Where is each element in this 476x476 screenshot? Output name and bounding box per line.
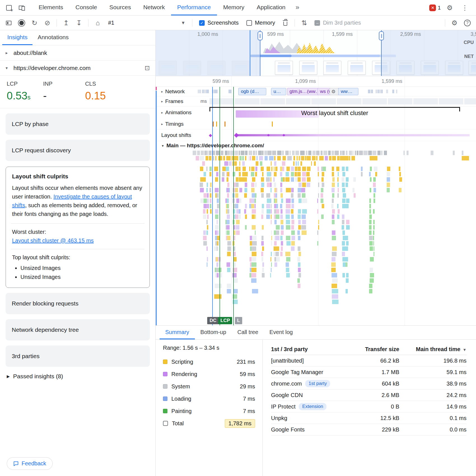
flame-rect[interactable] (321, 214, 324, 219)
filmstrip-thumbnail[interactable] (348, 61, 366, 75)
tab-sources[interactable]: Sources (103, 0, 137, 15)
flame-rect[interactable] (200, 167, 203, 171)
flame-rect[interactable] (346, 167, 348, 171)
flame-rect[interactable] (227, 252, 231, 256)
flame-rect[interactable] (251, 273, 256, 277)
flame-rect[interactable] (342, 214, 344, 219)
flame-rect[interactable] (271, 252, 272, 256)
marker-lcp[interactable]: LCP (218, 317, 232, 324)
window-handle-right[interactable]: ∥ (381, 30, 382, 76)
flame-rect[interactable] (346, 273, 349, 277)
flame-rect[interactable] (286, 225, 290, 230)
flame-rect[interactable] (387, 177, 390, 182)
flame-rect[interactable] (342, 183, 345, 187)
flame-rect[interactable] (252, 252, 256, 256)
flame-rect[interactable] (291, 225, 294, 230)
flame-rect[interactable] (322, 172, 324, 176)
metric-inp[interactable]: INP - (43, 81, 85, 102)
flame-rect[interactable] (235, 214, 238, 219)
flame-rect[interactable] (281, 246, 283, 251)
flame-rect[interactable] (222, 172, 225, 176)
flame-chart[interactable]: DCLCPL (156, 150, 476, 325)
flame-rect[interactable] (285, 151, 289, 155)
flame-rect[interactable] (286, 236, 290, 240)
flame-rect[interactable] (274, 220, 277, 224)
flame-rect[interactable] (227, 214, 230, 219)
toggle-sidebar-icon[interactable] (3, 18, 15, 28)
flame-rect[interactable] (302, 172, 306, 176)
flame-rect[interactable] (281, 177, 283, 182)
flame-rect[interactable] (255, 172, 257, 176)
flame-rect[interactable] (228, 151, 229, 155)
flame-rect[interactable] (206, 220, 208, 224)
flame-rect[interactable] (262, 257, 263, 262)
tab-network[interactable]: Network (137, 0, 171, 15)
network-request-chip[interactable]: ww… (338, 88, 358, 95)
flame-rect[interactable] (318, 220, 319, 224)
flame-rect[interactable] (227, 220, 230, 224)
flame-rect[interactable] (227, 289, 231, 293)
flame-rect[interactable] (321, 188, 323, 192)
flame-rect[interactable] (370, 257, 373, 262)
flame-rect[interactable] (262, 151, 264, 155)
flame-rect[interactable] (226, 156, 231, 160)
flame-rect[interactable] (361, 167, 363, 171)
flame-rect[interactable] (342, 167, 345, 171)
flame-rect[interactable] (216, 257, 218, 262)
flame-rect[interactable] (251, 278, 256, 283)
flame-rect[interactable] (255, 183, 257, 187)
flame-rect[interactable] (297, 172, 300, 176)
flame-rect[interactable] (369, 289, 372, 293)
flame-rect[interactable] (270, 188, 272, 192)
flame-rect[interactable] (338, 209, 340, 214)
filmstrip-thumbnail[interactable] (323, 61, 341, 75)
screenshot-target-icon[interactable]: ⊡ (145, 64, 150, 72)
flame-rect[interactable] (251, 188, 255, 192)
tab-annotations[interactable]: Annotations (32, 30, 74, 45)
flame-rect[interactable] (286, 257, 290, 262)
live-metrics-button[interactable]: ⌂ (92, 18, 104, 28)
flame-rect[interactable] (251, 172, 254, 176)
more-menu-icon[interactable]: ⋮ (459, 2, 471, 13)
metric-cls[interactable]: CLS 0.15 (85, 81, 149, 102)
flame-rect[interactable] (384, 151, 387, 155)
flame-rect[interactable] (277, 151, 281, 155)
flame-rect[interactable] (280, 236, 283, 240)
flame-rect[interactable] (270, 177, 271, 182)
flame-rect[interactable] (374, 252, 374, 256)
flame-rect[interactable] (217, 246, 218, 251)
flame-rect[interactable] (262, 225, 264, 230)
metric-lcp[interactable]: LCP 0.53s (7, 81, 43, 102)
layout-shift-diamond-icon[interactable]: ◆ (267, 133, 270, 137)
flame-rect[interactable] (316, 156, 318, 160)
flame-rect[interactable] (298, 199, 302, 203)
flame-rect[interactable] (317, 230, 318, 235)
flame-rect[interactable] (337, 177, 339, 182)
flame-rect[interactable] (236, 225, 239, 230)
flame-rect[interactable] (235, 188, 238, 192)
flame-rect[interactable] (307, 156, 311, 160)
flame-rect[interactable] (276, 225, 280, 230)
flame-rect[interactable] (340, 156, 348, 160)
marker-dc[interactable]: DC (207, 317, 219, 324)
flame-rect[interactable] (318, 167, 319, 171)
flame-rect[interactable] (251, 268, 256, 272)
flame-rect[interactable] (200, 188, 204, 192)
flame-rect[interactable] (351, 156, 355, 160)
flame-rect[interactable] (267, 167, 270, 171)
flame-rect[interactable] (318, 225, 319, 230)
tab-call-tree[interactable]: Call tree (232, 326, 264, 339)
flame-rect[interactable] (235, 193, 238, 198)
flame-rect[interactable] (281, 220, 283, 224)
flame-rect[interactable] (210, 183, 212, 187)
flame-rect[interactable] (239, 156, 242, 160)
flame-rect[interactable] (204, 151, 207, 155)
flame-rect[interactable] (298, 183, 302, 187)
flame-rect[interactable] (214, 294, 221, 299)
flame-rect[interactable] (280, 188, 283, 192)
flame-rect[interactable] (332, 236, 336, 240)
network-track-label[interactable]: ▸Network (160, 88, 186, 95)
flame-rect[interactable] (462, 151, 463, 155)
flame-rect[interactable] (286, 262, 289, 267)
insight-card-render-blocking[interactable]: Render blocking requests (6, 293, 150, 314)
